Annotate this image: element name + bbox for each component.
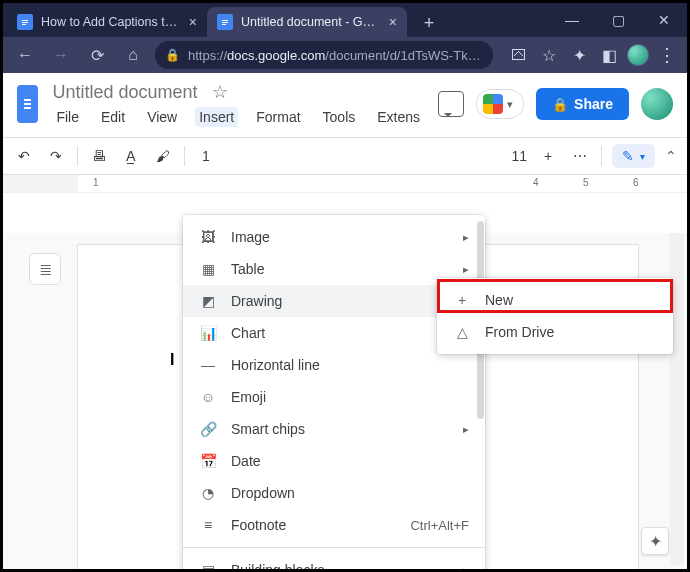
shortcut-label: Ctrl+Alt+F xyxy=(410,518,469,533)
extensions-icon[interactable]: ✦ xyxy=(567,43,591,67)
ruler[interactable]: 1 4 5 6 xyxy=(3,175,687,193)
svg-rect-6 xyxy=(222,22,228,23)
document-title[interactable]: Untitled document xyxy=(52,82,197,102)
close-icon[interactable]: × xyxy=(389,14,397,30)
print-button[interactable]: 🖶 xyxy=(88,145,110,167)
dropdown-icon: ◔ xyxy=(199,485,217,501)
close-icon[interactable]: × xyxy=(189,14,197,30)
forward-button[interactable]: → xyxy=(47,41,75,69)
page-text: I xyxy=(170,351,174,369)
drive-icon: △ xyxy=(453,324,471,340)
chevron-right-icon: ▸ xyxy=(463,263,469,276)
ruler-tick: 1 xyxy=(93,177,99,188)
meet-button[interactable]: ▾ xyxy=(476,89,524,119)
more-tools[interactable]: ⋯ xyxy=(569,145,591,167)
window-maximize[interactable]: ▢ xyxy=(595,3,641,37)
tab-title: How to Add Captions to Im… xyxy=(41,15,181,29)
meet-icon xyxy=(483,94,503,114)
svg-rect-7 xyxy=(222,24,226,25)
menu-tools[interactable]: Tools xyxy=(319,107,360,127)
insert-smart-chips[interactable]: 🔗Smart chips▸ xyxy=(183,413,485,445)
browser-tab[interactable]: How to Add Captions to Im… × xyxy=(7,7,207,37)
menu-edit[interactable]: Edit xyxy=(97,107,129,127)
redo-button[interactable]: ↷ xyxy=(45,145,67,167)
chevron-down-icon: ▾ xyxy=(507,98,513,111)
insert-emoji[interactable]: ☺Emoji xyxy=(183,381,485,413)
image-icon: 🖼 xyxy=(199,229,217,245)
insert-footnote[interactable]: ≡FootnoteCtrl+Alt+F xyxy=(183,509,485,541)
chevron-right-icon: ▸ xyxy=(463,231,469,244)
tab-title: Untitled document - Google… xyxy=(241,15,381,29)
drawing-icon: ◩ xyxy=(199,293,217,309)
blocks-icon: ▤ xyxy=(199,562,217,572)
insert-image[interactable]: 🖼Image▸ xyxy=(183,221,485,253)
bookmark-icon[interactable]: ☆ xyxy=(537,43,561,67)
drawing-from-drive[interactable]: △From Drive xyxy=(437,316,673,348)
menu-view[interactable]: View xyxy=(143,107,181,127)
menu-insert[interactable]: Insert xyxy=(195,107,238,127)
outline-toggle[interactable]: ≣ xyxy=(29,253,61,285)
star-icon[interactable]: ☆ xyxy=(212,82,228,102)
plus-icon: + xyxy=(453,292,471,308)
docs-logo[interactable] xyxy=(17,85,38,123)
url-protocol: https:// xyxy=(188,48,227,63)
url-path: /document/d/1dTsWS-Tk… xyxy=(325,48,480,63)
footnote-icon: ≡ xyxy=(199,517,217,533)
address-bar[interactable]: 🔒 https://docs.google.com/document/d/1dT… xyxy=(155,41,493,69)
table-icon: ▦ xyxy=(199,261,217,277)
back-button[interactable]: ← xyxy=(11,41,39,69)
window-minimize[interactable]: — xyxy=(549,3,595,37)
font-size-increase[interactable]: + xyxy=(537,145,559,167)
share-page-icon[interactable]: ⮹ xyxy=(507,43,531,67)
explore-button[interactable]: ✦ xyxy=(641,527,669,555)
chevron-right-icon: ▸ xyxy=(463,564,469,573)
zoom-select[interactable]: 1 xyxy=(195,145,217,167)
comment-history-icon[interactable] xyxy=(438,91,464,117)
hline-icon: — xyxy=(199,357,217,373)
undo-button[interactable]: ↶ xyxy=(13,145,35,167)
lock-icon: 🔒 xyxy=(165,48,180,62)
pencil-icon: ✎ xyxy=(622,148,634,164)
side-panel-icon[interactable]: ◧ xyxy=(597,43,621,67)
home-button[interactable]: ⌂ xyxy=(119,41,147,69)
menu-extensions[interactable]: Extens xyxy=(373,107,424,127)
window-close[interactable]: ✕ xyxy=(641,3,687,37)
insert-building-blocks[interactable]: ▤Building blocks▸ xyxy=(183,554,485,572)
browser-menu[interactable]: ⋮ xyxy=(655,44,679,66)
docs-app: Untitled document ☆ File Edit View Inser… xyxy=(3,73,687,569)
lock-icon: 🔒 xyxy=(552,97,568,112)
date-icon: 📅 xyxy=(199,453,217,469)
editing-mode[interactable]: ✎ ▾ xyxy=(612,144,655,168)
docs-favicon xyxy=(217,14,233,30)
svg-rect-5 xyxy=(222,20,228,21)
toolbar: ↶ ↷ 🖶 A̲ 🖌 1 11 + ⋯ ✎ ▾ ⌃ xyxy=(3,137,687,175)
emoji-icon: ☺ xyxy=(199,389,217,405)
browser-tab[interactable]: Untitled document - Google… × xyxy=(207,7,407,37)
insert-dropdown[interactable]: ◔Dropdown xyxy=(183,477,485,509)
svg-rect-3 xyxy=(22,24,26,25)
chevron-down-icon: ▾ xyxy=(640,151,645,162)
paint-format-button[interactable]: 🖌 xyxy=(152,145,174,167)
ruler-tick: 6 xyxy=(633,177,639,188)
insert-menu-popup: 🖼Image▸ ▦Table▸ ◩Drawing▸ 📊Chart▸ —Horiz… xyxy=(183,215,485,572)
spellcheck-button[interactable]: A̲ xyxy=(120,145,142,167)
browser-profile-avatar[interactable] xyxy=(627,44,649,66)
menu-file[interactable]: File xyxy=(52,107,83,127)
share-button[interactable]: 🔒 Share xyxy=(536,88,629,120)
drawing-new[interactable]: +New xyxy=(437,284,673,316)
svg-rect-1 xyxy=(22,20,28,21)
insert-date[interactable]: 📅Date xyxy=(183,445,485,477)
new-tab-button[interactable]: + xyxy=(415,9,443,37)
font-size-value[interactable]: 11 xyxy=(511,148,527,164)
ruler-tick: 5 xyxy=(583,177,589,188)
chart-icon: 📊 xyxy=(199,325,217,341)
collapse-toolbar[interactable]: ⌃ xyxy=(665,148,677,164)
url-domain: docs.google.com xyxy=(227,48,325,63)
menu-divider xyxy=(183,547,485,548)
drawing-submenu: +New △From Drive xyxy=(437,278,673,354)
menu-format[interactable]: Format xyxy=(252,107,304,127)
account-avatar[interactable] xyxy=(641,88,673,120)
reload-button[interactable]: ⟳ xyxy=(83,41,111,69)
svg-rect-2 xyxy=(22,22,28,23)
ruler-tick: 4 xyxy=(533,177,539,188)
